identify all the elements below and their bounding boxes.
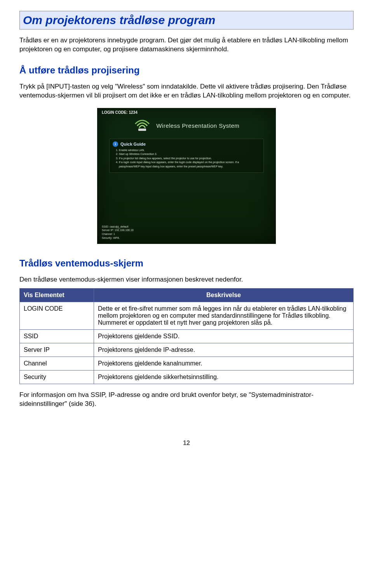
wifi-icon <box>134 118 151 133</box>
qg-step: Start up Wireless Connection 3. <box>119 152 260 157</box>
figure-server-ip: Server IP: 192.168.100.10 <box>102 228 134 232</box>
section-perform-title: Å utføre trådløs projisering <box>19 65 354 76</box>
table-cell-key: Server IP <box>20 343 94 357</box>
table-row: Server IP Projektorens gjeldende IP-adre… <box>20 343 354 357</box>
svg-rect-0 <box>138 129 146 131</box>
quick-guide-box: i Quick Guide Enable wireless LAN. Start… <box>109 139 264 173</box>
figure-footer-info: SSID: casiolpj_default Server IP: 192.16… <box>102 225 134 240</box>
table-row: LOGIN CODE Dette er et fire-sifret numme… <box>20 302 354 329</box>
table-cell-key: Channel <box>20 357 94 370</box>
standby-info-table: Vis Elementet Beskrivelse LOGIN CODE Det… <box>19 288 354 384</box>
table-cell-val: Projektorens gjeldende kanalnummer. <box>94 357 354 370</box>
page-number: 12 <box>19 440 354 447</box>
section-standby-title: Trådløs ventemodus-skjerm <box>19 258 354 269</box>
qg-step: Enable wireless LAN. <box>119 148 260 153</box>
table-cell-val: Dette er et fire-sifret nummer som må le… <box>94 302 354 329</box>
table-cell-val: Projektorens gjeldende sikkerhetsinnstil… <box>94 370 354 384</box>
quick-guide-label: Quick Guide <box>120 142 146 146</box>
figure-login-code: LOGIN CODE: 1234 <box>102 110 271 115</box>
standby-screen-figure: LOGIN CODE: 1234 Wireless Presentation S… <box>97 108 276 244</box>
figure-security: Security: WPA <box>102 236 134 240</box>
intro-paragraph: Trådløs er en av projektorens innebygde … <box>19 36 354 54</box>
table-cell-val: Projektorens gjeldende IP-adresse. <box>94 343 354 357</box>
table-cell-key: LOGIN CODE <box>20 302 94 329</box>
figure-wps-title: Wireless Presentation System <box>156 122 239 129</box>
section-perform-body: Trykk på [INPUT]-tasten og velg "Wireles… <box>19 82 354 100</box>
figure-channel: Channel: 1 <box>102 232 134 236</box>
table-cell-key: SSID <box>20 329 94 343</box>
qg-step: If a projector list dialog box appears, … <box>119 157 260 161</box>
footnote: For informasjon om hva SSIP, IP-adresse … <box>19 391 354 409</box>
quick-guide-steps: Enable wireless LAN. Start up Wireless C… <box>114 148 260 169</box>
table-row: Channel Projektorens gjeldende kanalnumm… <box>20 357 354 370</box>
info-icon: i <box>113 141 118 147</box>
table-head-description: Beskrivelse <box>94 288 354 302</box>
table-row: Security Projektorens gjeldende sikkerhe… <box>20 370 354 384</box>
section-standby-intro: Den trådløse ventemodus-skjermen viser i… <box>19 275 354 284</box>
table-row: SSID Projektorens gjeldende SSID. <box>20 329 354 343</box>
page-title-bar: Om projektorens trådløse program <box>19 11 354 30</box>
qg-step: If a login code input dialog box appears… <box>119 160 260 169</box>
figure-ssid: SSID: casiolpj_default <box>102 225 134 229</box>
page-title: Om projektorens trådløse program <box>23 14 350 27</box>
table-cell-val: Projektorens gjeldende SSID. <box>94 329 354 343</box>
table-head-element: Vis Elementet <box>20 288 94 302</box>
table-cell-key: Security <box>20 370 94 384</box>
